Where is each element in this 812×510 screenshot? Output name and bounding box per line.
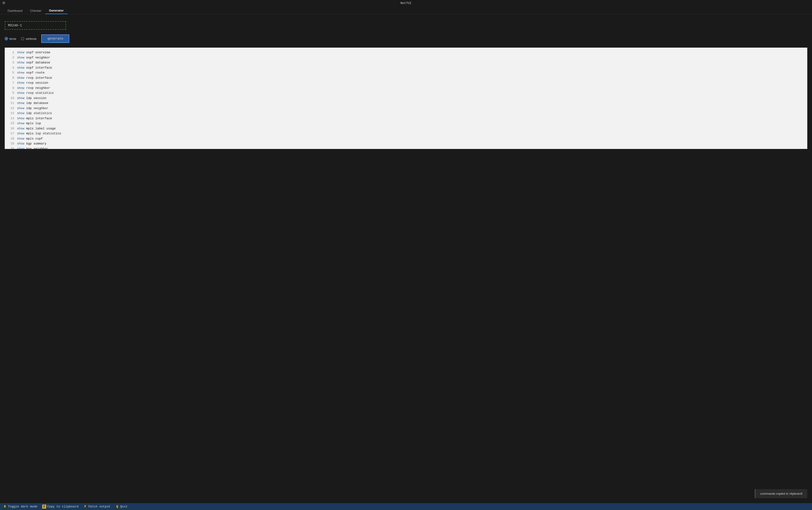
terse-radio-dot — [5, 37, 8, 40]
table-row: 20show bgp neighbor — [5, 146, 807, 149]
line-number: 14 — [7, 116, 14, 121]
line-number: 20 — [7, 147, 14, 149]
status-key-d: D — [3, 505, 7, 509]
keyword-show: show — [17, 76, 24, 80]
window-close-btn[interactable] — [2, 1, 5, 4]
keyword-show: show — [17, 61, 24, 64]
line-content: show rsvp session — [17, 81, 48, 85]
code-rest: ldp database — [24, 101, 48, 105]
keyword-show: show — [17, 147, 24, 149]
code-rest: ospf overview — [24, 51, 50, 54]
status-action-fetch[interactable]: Fetch output — [88, 505, 111, 508]
line-number: 4 — [7, 65, 14, 70]
table-row: 8show rsvp neighbor — [5, 86, 807, 91]
keyword-show: show — [17, 81, 24, 85]
table-row: 15show mpls lsp — [5, 121, 807, 126]
status-action-quit[interactable]: Quit — [120, 505, 127, 508]
generate-button[interactable]: generate — [41, 34, 69, 43]
line-number: 13 — [7, 111, 14, 116]
line-content: show bgp summary — [17, 141, 47, 146]
keyword-show: show — [17, 56, 24, 59]
nav-item-checker[interactable]: Checker — [26, 7, 45, 14]
keyword-show: show — [17, 122, 24, 125]
keyword-show: show — [17, 51, 24, 54]
table-row: 10show ldp session — [5, 96, 807, 101]
table-row: 3show ospf database — [5, 60, 807, 65]
status-key-f: F — [83, 505, 87, 509]
line-number: 19 — [7, 141, 14, 146]
device-input[interactable] — [5, 21, 66, 30]
table-row: 14show mpls interface — [5, 116, 807, 121]
line-number: 5 — [7, 70, 14, 75]
terse-radio-label[interactable]: terse — [5, 37, 16, 40]
line-number: 18 — [7, 137, 14, 141]
line-content: show mpls lsp statistics — [17, 131, 61, 136]
line-content: show ospf interface — [17, 65, 52, 70]
line-number: 16 — [7, 126, 14, 131]
app-title: NetTUI — [401, 1, 412, 5]
keyword-show: show — [17, 117, 24, 120]
line-content: show mpls label usage — [17, 126, 56, 131]
nav-bar: Dashboard Checker Generator — [0, 6, 812, 14]
code-rest: rsvp neighbor — [24, 86, 50, 90]
line-number: 1 — [7, 50, 14, 55]
line-content: show rsvp interface — [17, 76, 52, 80]
line-number: 12 — [7, 106, 14, 111]
line-number: 3 — [7, 60, 14, 65]
nav-item-generator[interactable]: Generator — [45, 7, 67, 14]
verbose-radio-label[interactable]: verbose — [21, 37, 36, 40]
status-bar: D Toggle dark mode C Copy to clipboard F… — [0, 503, 812, 510]
code-rest: bgp summary — [24, 142, 47, 145]
line-content: show mpls interface — [17, 116, 52, 121]
verbose-label: verbose — [26, 37, 36, 40]
status-action-copy[interactable]: Copy to clipboard — [47, 505, 79, 508]
device-input-container — [5, 21, 807, 30]
table-row: 9show rsvp statistics — [5, 90, 807, 96]
line-number: 17 — [7, 131, 14, 136]
status-key-c: C — [42, 505, 47, 509]
table-row: 4show ospf interface — [5, 65, 807, 70]
table-row: 6show rsvp interface — [5, 76, 807, 81]
code-rest: ldp neighbor — [24, 107, 48, 110]
line-content: show ldp statistics — [17, 111, 52, 116]
keyword-show: show — [17, 107, 24, 110]
line-content: show rsvp neighbor — [17, 86, 50, 90]
toast-message: commands copied to clipboard! — [760, 492, 803, 495]
code-rest: mpls cspf — [24, 137, 42, 140]
table-row: 12show ldp neighbor — [5, 106, 807, 111]
keyword-show: show — [17, 127, 24, 130]
keyword-show: show — [17, 101, 24, 105]
line-content: show ospf neighbor — [17, 55, 50, 60]
table-row: 16show mpls label usage — [5, 126, 807, 131]
title-bar: NetTUI — [0, 0, 812, 6]
code-rest: ospf neighbor — [24, 56, 50, 59]
line-number: 2 — [7, 55, 14, 60]
keyword-show: show — [17, 71, 24, 75]
line-content: show rsvp statistics — [17, 91, 54, 95]
line-number: 6 — [7, 76, 14, 80]
code-rest: ospf interface — [24, 66, 52, 69]
table-row: 1show ospf overview — [5, 50, 807, 55]
toast-notification: commands copied to clipboard! — [755, 489, 807, 498]
line-content: show ldp neighbor — [17, 106, 48, 111]
code-output: 1show ospf overview2show ospf neighbor3s… — [5, 48, 807, 149]
line-content: show ospf database — [17, 60, 50, 65]
code-rest: mpls lsp statistics — [24, 132, 61, 135]
code-rest: mpls label usage — [24, 127, 56, 130]
table-row: 13show ldp statistics — [5, 111, 807, 116]
code-rest: rsvp session — [24, 81, 48, 85]
terse-label: terse — [9, 37, 16, 40]
line-number: 9 — [7, 91, 14, 95]
line-content: show bgp neighbor — [17, 147, 48, 149]
code-rest: bgp neighbor — [24, 147, 48, 149]
line-number: 10 — [7, 96, 14, 101]
table-row: 11show ldp database — [5, 101, 807, 106]
keyword-show: show — [17, 66, 24, 69]
main-content: terse verbose generate 1show ospf overvi… — [0, 14, 812, 503]
status-action-dark-mode[interactable]: Toggle dark mode — [8, 505, 37, 508]
table-row: 7show rsvp session — [5, 80, 807, 86]
table-row: 18show mpls cspf — [5, 136, 807, 141]
line-content: show ospf route — [17, 70, 45, 75]
nav-item-dashboard[interactable]: Dashboard — [4, 7, 26, 14]
keyword-show: show — [17, 96, 24, 100]
